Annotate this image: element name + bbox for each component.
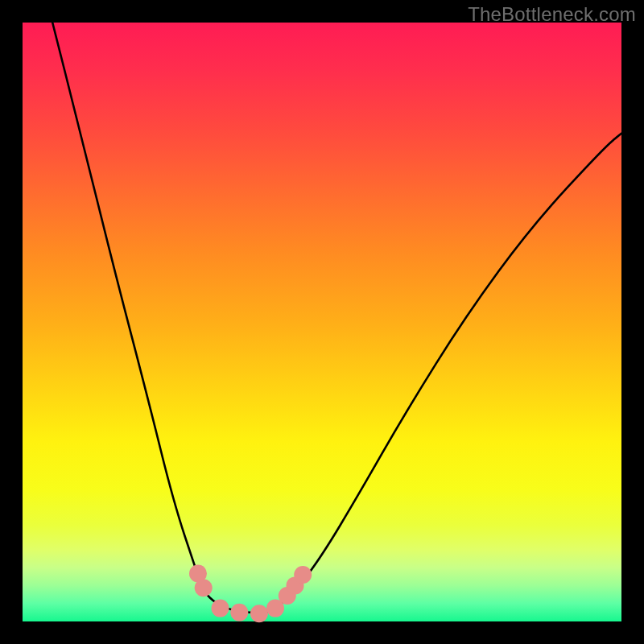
chart-frame: TheBottleneck.com bbox=[0, 0, 644, 644]
watermark-text: TheBottleneck.com bbox=[468, 3, 636, 26]
highlight-point bbox=[195, 579, 213, 597]
highlight-point bbox=[294, 566, 312, 584]
highlight-point bbox=[230, 604, 248, 621]
plot-area bbox=[23, 23, 621, 621]
bottleneck-curve bbox=[52, 23, 621, 613]
highlight-points bbox=[189, 565, 312, 623]
highlight-point bbox=[212, 600, 229, 617]
highlight-point bbox=[250, 605, 268, 622]
chart-svg bbox=[23, 23, 621, 621]
